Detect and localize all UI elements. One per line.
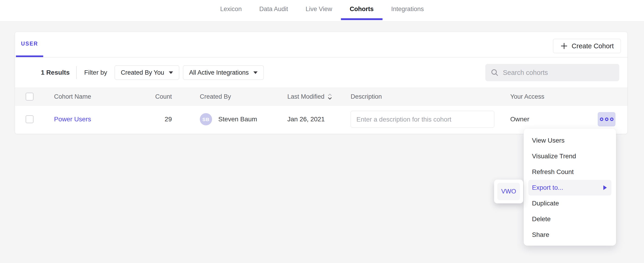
description-cell: [351, 111, 494, 128]
row-context-menu: View Users Visualize Trend Refresh Count…: [524, 128, 616, 246]
divider: [76, 66, 77, 79]
column-header-cohort-name[interactable]: Cohort Name: [54, 93, 91, 100]
search-cohorts-box: [485, 64, 619, 81]
select-all-checkbox-cell: [26, 93, 34, 101]
menu-item-refresh-count[interactable]: Refresh Count: [524, 164, 616, 180]
created-by-value: Steven Baum: [218, 116, 257, 123]
search-input[interactable]: [503, 69, 619, 77]
last-modified-label: Last Modified: [287, 93, 324, 100]
nav-tab-live-view[interactable]: Live View: [297, 0, 341, 20]
menu-item-view-users[interactable]: View Users: [524, 133, 616, 148]
filter-by-label: Filter by: [84, 69, 108, 76]
cohort-name-link[interactable]: Power Users: [54, 116, 91, 123]
create-cohort-label: Create Cohort: [572, 42, 614, 50]
export-to-label: Export to...: [532, 184, 563, 191]
top-navigation: Lexicon Data Audit Live View Cohorts Int…: [0, 0, 644, 22]
created-by-dropdown[interactable]: Created By You: [114, 65, 179, 80]
column-header-last-modified[interactable]: Last Modified: [287, 93, 332, 100]
row-checkbox[interactable]: [26, 115, 34, 123]
export-submenu: VWO: [494, 180, 523, 203]
avatar-initials: SB: [200, 113, 212, 125]
cohort-type-tabstrip: USER Create Cohort: [15, 32, 627, 58]
column-header-count[interactable]: Count: [112, 93, 172, 100]
more-options-icon: [610, 118, 614, 121]
menu-item-visualize-trend[interactable]: Visualize Trend: [524, 148, 616, 164]
more-options-icon: [605, 118, 608, 121]
submenu-arrow-icon: [603, 185, 607, 190]
description-input[interactable]: [351, 111, 494, 128]
nav-tab-lexicon[interactable]: Lexicon: [211, 0, 250, 20]
menu-item-export-to[interactable]: Export to...: [528, 180, 612, 195]
avatar: SB: [200, 113, 212, 125]
row-checkbox-cell: [26, 115, 34, 123]
created-by-dropdown-value: Created By You: [121, 69, 164, 76]
more-options-button[interactable]: [598, 112, 615, 126]
integrations-dropdown-value: All Active Integrations: [189, 69, 249, 76]
last-modified-value: Jan 26, 2021: [287, 116, 325, 123]
cohorts-panel: USER Create Cohort 1 Results Filter by C…: [15, 32, 628, 134]
access-value: Owner: [510, 116, 529, 123]
filter-bar: 1 Results Filter by Created By You All A…: [15, 58, 627, 88]
nav-tab-data-audit[interactable]: Data Audit: [250, 0, 297, 20]
tab-user-cohorts[interactable]: USER: [16, 32, 43, 57]
submenu-item-vwo[interactable]: VWO: [497, 183, 520, 200]
results-count: 1 Results: [41, 69, 70, 76]
more-options-cell: [598, 112, 615, 126]
select-all-checkbox[interactable]: [26, 93, 34, 101]
menu-item-share[interactable]: Share: [524, 227, 616, 243]
plus-icon: [560, 42, 568, 50]
more-options-icon: [600, 118, 603, 121]
menu-item-delete[interactable]: Delete: [524, 211, 616, 227]
column-header-description[interactable]: Description: [351, 93, 382, 100]
column-header-created-by[interactable]: Created By: [200, 93, 231, 100]
table-header: Cohort Name Count Created By Last Modifi…: [15, 88, 627, 106]
nav-tab-cohorts[interactable]: Cohorts: [341, 0, 382, 20]
sort-icon[interactable]: [327, 93, 332, 100]
cohort-count-value: 29: [112, 116, 172, 123]
cohorts-screen: Lexicon Data Audit Live View Cohorts Int…: [0, 0, 644, 263]
chevron-down-icon: [169, 71, 173, 74]
search-icon: [491, 69, 499, 77]
nav-tab-integrations[interactable]: Integrations: [382, 0, 433, 20]
menu-item-duplicate[interactable]: Duplicate: [524, 195, 616, 211]
column-header-your-access[interactable]: Your Access: [510, 93, 544, 100]
create-cohort-button[interactable]: Create Cohort: [553, 39, 621, 53]
chevron-down-icon: [254, 71, 258, 74]
integrations-dropdown[interactable]: All Active Integrations: [183, 65, 264, 80]
